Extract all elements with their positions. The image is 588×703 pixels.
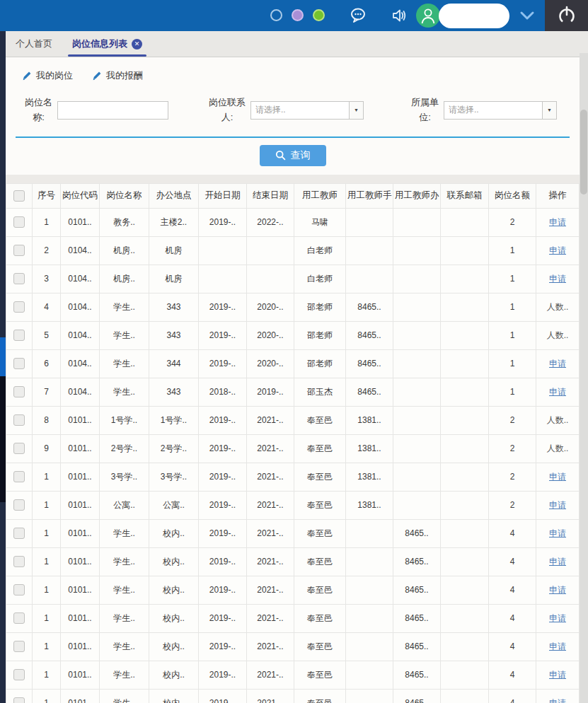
apply-link[interactable]: 申请 — [549, 585, 566, 595]
cell-teacher: 奉至邑 — [294, 689, 346, 703]
cell-end: 2021-.. — [247, 632, 294, 661]
user-name-redacted — [439, 4, 509, 28]
row-checkbox[interactable] — [13, 301, 25, 313]
checkbox-cell — [6, 689, 33, 703]
row-checkbox[interactable] — [13, 669, 25, 680]
user-avatar-icon[interactable] — [416, 4, 440, 28]
left-sidebar-strip[interactable] — [0, 31, 6, 703]
cell-action: 申请 — [536, 463, 580, 491]
cell-end — [247, 236, 294, 265]
my-positions-button[interactable]: 我的岗位 — [21, 69, 73, 82]
table-row: 60104..学生..3442019-..2020-..邵老师8465..1申请 — [6, 349, 580, 378]
column-header: 岗位名额 — [489, 183, 536, 208]
row-checkbox[interactable] — [13, 414, 25, 426]
apply-link[interactable]: 申请 — [549, 359, 566, 368]
scrollbar-thumb[interactable] — [580, 110, 587, 194]
checkbox-cell — [6, 463, 33, 491]
row-checkbox[interactable] — [13, 386, 25, 397]
checkbox-cell — [6, 576, 33, 604]
cell-email — [441, 576, 489, 604]
dropdown-arrow-icon[interactable]: ▼ — [542, 102, 556, 119]
cell-office_phone — [393, 236, 441, 265]
cell-code: 0104.. — [61, 236, 100, 265]
cell-name: 学生.. — [100, 293, 149, 321]
row-checkbox[interactable] — [13, 443, 25, 454]
chat-icon[interactable] — [349, 7, 367, 24]
cell-teacher: 奉至邑 — [294, 491, 346, 519]
tab-personal-home[interactable]: 个人首页 — [6, 31, 62, 57]
position-name-input[interactable] — [57, 101, 168, 120]
row-checkbox[interactable] — [13, 358, 25, 369]
checkbox-cell — [6, 378, 33, 406]
cell-office: 3号学.. — [149, 463, 199, 491]
tab-bar: 个人首页 岗位信息列表 ✕ — [6, 31, 588, 57]
row-checkbox[interactable] — [13, 499, 25, 511]
cell-start: 2018-.. — [199, 378, 247, 406]
checkbox-cell — [6, 434, 33, 463]
cell-no: 6 — [33, 349, 61, 378]
column-header: 岗位名称 — [100, 183, 149, 208]
apply-link[interactable]: 申请 — [549, 670, 566, 680]
row-checkbox[interactable] — [13, 216, 25, 228]
row-checkbox[interactable] — [13, 471, 25, 482]
cell-no: 1 — [33, 604, 61, 632]
cell-office: 343 — [149, 378, 199, 406]
apply-link[interactable]: 申请 — [549, 472, 566, 482]
row-checkbox[interactable] — [13, 245, 25, 256]
row-checkbox[interactable] — [13, 641, 25, 652]
unit-select[interactable]: 请选择.. ▼ — [444, 101, 557, 120]
cell-code: 0101.. — [61, 491, 100, 519]
column-header: 用工教师办 — [393, 183, 441, 208]
apply-link[interactable]: 申请 — [549, 245, 566, 255]
cell-office_phone — [393, 265, 441, 293]
cell-no: 7 — [33, 378, 61, 406]
cell-action: 申请 — [536, 547, 580, 576]
apply-link[interactable]: 申请 — [549, 698, 566, 703]
toolbar: 我的岗位 我的报酬 — [6, 67, 580, 84]
checkbox-cell — [6, 321, 33, 349]
apply-link[interactable]: 申请 — [549, 274, 566, 284]
cell-office: 校内.. — [149, 547, 199, 576]
cell-end: 2022-.. — [247, 208, 294, 236]
apply-link[interactable]: 申请 — [549, 557, 566, 567]
select-all-checkbox[interactable] — [13, 190, 25, 202]
cell-office_phone — [393, 434, 441, 463]
cell-start — [199, 265, 247, 293]
close-icon[interactable]: ✕ — [132, 39, 142, 50]
cell-quota: 4 — [489, 547, 536, 576]
chevron-down-icon[interactable] — [519, 10, 536, 21]
cell-code: 0104.. — [61, 293, 100, 321]
cell-code: 0101.. — [61, 632, 100, 661]
cell-teacher: 奉至邑 — [294, 519, 346, 547]
row-checkbox[interactable] — [13, 584, 25, 595]
apply-link[interactable]: 申请 — [549, 613, 566, 623]
cell-teacher: 马啸 — [294, 208, 346, 236]
volume-icon[interactable] — [390, 7, 408, 24]
cell-office_phone: 8465.. — [393, 519, 441, 547]
query-button[interactable]: 查询 — [260, 145, 326, 166]
row-checkbox[interactable] — [13, 273, 25, 284]
row-checkbox[interactable] — [13, 697, 25, 703]
row-checkbox[interactable] — [13, 528, 25, 539]
cell-name: 学生.. — [100, 321, 149, 349]
apply-link[interactable]: 申请 — [549, 387, 566, 397]
cell-email — [441, 349, 489, 378]
row-checkbox[interactable] — [13, 330, 25, 341]
my-positions-label: 我的岗位 — [36, 69, 73, 82]
power-button[interactable] — [545, 0, 588, 31]
vertical-scrollbar[interactable] — [580, 53, 588, 703]
apply-link[interactable]: 申请 — [549, 217, 566, 227]
my-pay-button[interactable]: 我的报酬 — [91, 69, 143, 82]
cell-end: 2021-.. — [247, 689, 294, 703]
row-checkbox[interactable] — [13, 612, 25, 624]
position-contact-select[interactable]: 请选择.. ▼ — [250, 101, 364, 120]
cell-end: 2021-.. — [247, 547, 294, 576]
cell-mobile: 1381.. — [346, 406, 393, 434]
apply-link[interactable]: 申请 — [549, 500, 566, 510]
dropdown-arrow-icon[interactable]: ▼ — [349, 102, 363, 119]
cell-name: 机房.. — [100, 265, 149, 293]
apply-link[interactable]: 申请 — [549, 641, 566, 651]
tab-position-list[interactable]: 岗位信息列表 ✕ — [62, 31, 152, 57]
apply-link[interactable]: 申请 — [549, 528, 566, 538]
row-checkbox[interactable] — [13, 556, 25, 567]
